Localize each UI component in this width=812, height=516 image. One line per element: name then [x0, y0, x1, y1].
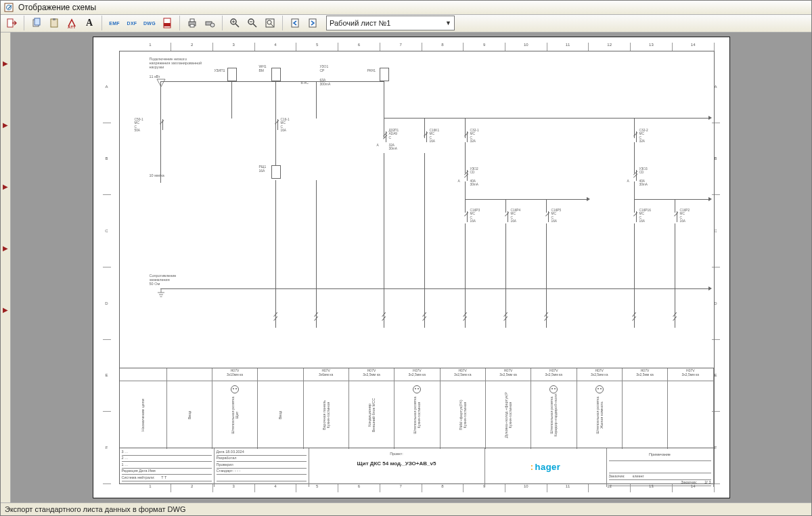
- wh1-type: BM: [259, 68, 265, 72]
- svg-rect-4: [35, 18, 40, 25]
- schematic-area: Подключение низкого напряжения запланиро…: [120, 51, 714, 368]
- rkn-tag: РКН1: [367, 69, 376, 73]
- inner-frame: Подключение низкого напряжения запланиро…: [119, 51, 715, 484]
- toolbar-sep: [24, 16, 24, 30]
- wh1-device: [271, 68, 281, 81]
- copy-button[interactable]: [28, 15, 45, 31]
- bus-continue-icon: [708, 116, 712, 120]
- bottom-block: H07V 3x10мм каH07V 3x6мм каH07V 3x2,5мм …: [120, 368, 714, 483]
- status-text: Экспорт стандартного листа данных в форм…: [5, 505, 185, 513]
- canvas-wrap[interactable]: 1234567891011121314 1234567891011121314 …: [11, 33, 811, 502]
- revision-cell: 3 … 2 … 1 … Редакция Дата Имя Система не…: [120, 448, 215, 487]
- brand-cell: hager: [485, 448, 607, 487]
- sheet-select-value: Рабочий лист №1: [330, 19, 390, 27]
- circuit-header: Назначение цепи: [120, 381, 167, 449]
- gutter-marker: ▶: [3, 306, 8, 314]
- wire: [275, 81, 276, 119]
- toolbar-sep: [179, 16, 180, 30]
- title-block: 3 … 2 … 1 … Редакция Дата Имя Система не…: [120, 448, 714, 483]
- project-cell: Проект: Щит ДКС 54 мод._УЗО+АВ_v5: [309, 448, 485, 487]
- svg-rect-2: [7, 19, 13, 27]
- zoom-fit-button[interactable]: [262, 15, 278, 31]
- gutter-marker: ▶: [3, 244, 8, 252]
- circuit-table: Назначение цепи ВводШтепсельная розетка …: [120, 381, 714, 449]
- row-ruler-left: ABCDEF: [103, 51, 111, 484]
- svg-rect-10: [190, 19, 194, 22]
- toolbar-sep: [222, 16, 223, 30]
- zoom-in-button[interactable]: [227, 15, 243, 31]
- toolbar-sep: [282, 16, 283, 30]
- title-bar: Отображение схемы: [1, 1, 811, 15]
- attributes-button[interactable]: ATT: [64, 15, 80, 31]
- svg-rect-11: [190, 24, 194, 27]
- svg-rect-8: [164, 23, 171, 26]
- uzip-device: [227, 68, 237, 81]
- earth-note: Сопротивление заземления 50 Ом: [150, 274, 177, 286]
- bus-top: [160, 81, 384, 82]
- sheet-select[interactable]: Рабочий лист №1 ▼: [326, 16, 455, 30]
- status-bar: Экспорт стандартного листа данных в форм…: [1, 502, 811, 515]
- hager-logo: hager: [487, 449, 604, 486]
- text-button[interactable]: A: [81, 15, 97, 31]
- chevron-down-icon: ▼: [445, 20, 451, 26]
- svg-rect-19: [309, 19, 316, 27]
- meta-cell: Дата 18.03.2024 Разработал Проверил Стан…: [215, 448, 309, 487]
- bus-main: [384, 118, 708, 119]
- earth-icon: [156, 288, 166, 298]
- toolbar: ATT A EMF DXF DWG Рабочий лист №1 ▼: [1, 15, 811, 33]
- incoming-note: Подключение низкого напряжения запланиро…: [150, 57, 202, 69]
- rsh1-device: [271, 165, 281, 179]
- print-button[interactable]: [184, 15, 200, 31]
- dwg-button[interactable]: DWG: [141, 15, 158, 31]
- svg-rect-6: [53, 18, 55, 20]
- emf-button[interactable]: EMF: [106, 15, 122, 31]
- gutter-marker: ▶: [3, 60, 8, 67]
- toolbar-sep: [102, 16, 102, 30]
- work-area: ▶ ▶ ▶ ▶ ▶ 1234567891011121314 1234567891…: [1, 33, 811, 502]
- app-icon: [3, 2, 14, 13]
- rkn-device: [380, 68, 389, 81]
- exit-button[interactable]: [3, 15, 20, 31]
- dxf-button[interactable]: DXF: [124, 15, 140, 31]
- wire: [316, 81, 317, 119]
- svg-point-13: [210, 23, 215, 27]
- zoom-out-button[interactable]: [244, 15, 261, 31]
- pdf-button[interactable]: [159, 15, 175, 31]
- print-settings-button[interactable]: [202, 15, 218, 31]
- svg-rect-0: [5, 3, 13, 12]
- cable-row: H07V 3x10мм каH07V 3x6мм каH07V 3x2,5мм …: [120, 368, 714, 381]
- wire: [231, 81, 232, 119]
- drawing-sheet: 1234567891011121314 1234567891011121314 …: [93, 37, 730, 498]
- svg-rect-18: [292, 19, 298, 27]
- column-ruler-top: 1234567891011121314: [130, 43, 715, 51]
- window-title: Отображение схемы: [18, 3, 96, 12]
- earth-bus: [160, 288, 708, 289]
- app-window: Отображение схемы ATT A EMF DXF DWG Рабо…: [0, 0, 812, 516]
- next-sheet-button[interactable]: [304, 15, 321, 31]
- outer-frame: 1234567891011121314 1234567891011121314 …: [103, 43, 720, 492]
- supply-arrow-icon: [156, 79, 166, 88]
- paste-button[interactable]: [46, 15, 62, 31]
- customer-cell: Примечание Заказчик: клиент Заказчик: 2/…: [607, 448, 714, 487]
- gutter-marker: ▶: [3, 183, 8, 190]
- prev-sheet-button[interactable]: [287, 15, 303, 31]
- left-gutter: ▶ ▶ ▶ ▶ ▶: [1, 33, 11, 502]
- uzip-tag: УЗИП1: [215, 69, 225, 73]
- gutter-marker: ▶: [3, 121, 8, 129]
- incoming-cable: 10 мм/ка: [150, 173, 164, 177]
